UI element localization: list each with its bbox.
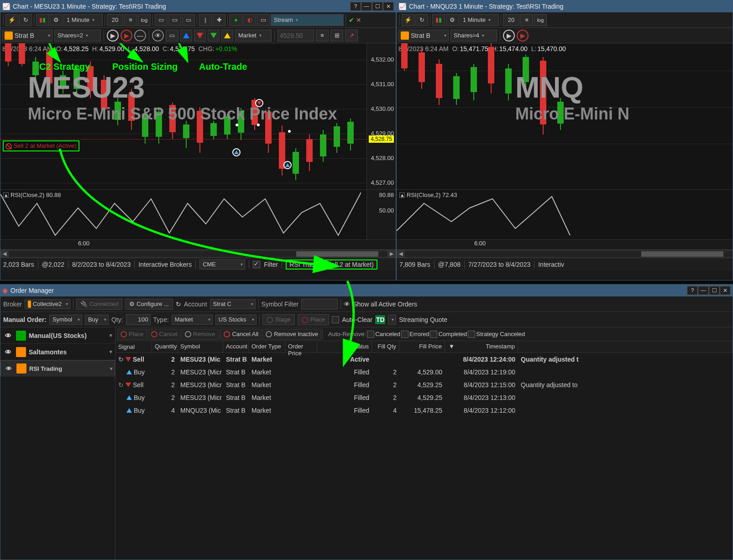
account-dropdown[interactable]: Strat C [210, 299, 256, 309]
gear-button[interactable]: ⚙ [50, 14, 63, 26]
spinner2-icon[interactable]: ≡ [316, 30, 329, 41]
scroll-left-icon[interactable]: ◀ [0, 250, 9, 258]
close-button[interactable]: ✕ [720, 286, 731, 295]
rsi-pane[interactable]: ▴RSI(Close,2) 80.88 80.88 50.00 [0, 189, 396, 239]
buy-yellow-button[interactable] [221, 30, 233, 41]
exchange-dropdown[interactable]: CME [199, 259, 245, 270]
connected-button[interactable]: 🔌 Connected [76, 299, 122, 310]
sidebar-item[interactable]: 👁 Saltamontes [0, 344, 115, 360]
buy-signal-button[interactable] [180, 30, 192, 41]
sidebar-item[interactable]: 👁 Manual(US Stocks) [0, 327, 115, 344]
place-button-manual[interactable]: ◯ Place [298, 314, 330, 325]
symbol-filter-input[interactable] [301, 299, 338, 310]
eye-icon[interactable]: 👁 [3, 348, 13, 356]
eye-button[interactable]: 👁 [152, 30, 164, 41]
box-button[interactable]: ▭ [257, 14, 270, 26]
sell-order-marker[interactable]: Sell 2 at Market (Active) [3, 140, 79, 151]
play-button[interactable]: ▶ [107, 30, 119, 41]
help-button[interactable]: ? [350, 2, 361, 11]
market-dropdown[interactable]: Market [235, 30, 272, 41]
remove-button[interactable]: Remove [182, 329, 218, 340]
remove-inactive-button[interactable]: Remove Inactive [262, 329, 321, 340]
scroll-left-icon[interactable]: ◀ [397, 250, 405, 258]
side-dropdown[interactable]: Buy [85, 315, 109, 325]
log-toggle[interactable]: log [138, 14, 151, 26]
minus-button[interactable]: — [134, 30, 146, 41]
layout1-button[interactable]: ▭ [155, 14, 168, 26]
table-row[interactable]: Buy 4 MNQU23 (Mic Strat B Market Filled … [115, 404, 733, 417]
dot-green-icon[interactable]: ● [230, 14, 242, 26]
layout3-button[interactable]: ▭ [182, 14, 195, 26]
shares-dropdown[interactable]: Shares=4 [450, 30, 497, 41]
dot-red-icon[interactable]: ◐ [243, 14, 256, 26]
symbol-dropdown[interactable]: Symbol [49, 315, 82, 325]
hscrollbar[interactable]: ◀ [397, 249, 733, 258]
interval-dropdown[interactable]: 1 Minute [460, 14, 499, 26]
type-dropdown[interactable]: Market [172, 315, 213, 325]
configure-button[interactable]: ⚙ Configure ... [125, 299, 173, 310]
crosshair-button[interactable]: ✚ [213, 14, 225, 26]
table-row[interactable]: Buy 2 MESU23 (Micr Strat B Market Filled… [115, 366, 733, 379]
reject-icon[interactable]: ✕ [356, 16, 361, 24]
spinner-icon[interactable]: ≡ [520, 14, 533, 26]
broker-icon-dropdown[interactable] [388, 315, 396, 325]
sell-green-button[interactable] [208, 30, 220, 41]
accept-icon[interactable]: ✔ [349, 16, 354, 24]
record-button[interactable]: ▶ [120, 30, 132, 41]
stage-button[interactable]: ◯ Stage [262, 314, 295, 325]
sell-signal-button[interactable] [194, 30, 206, 41]
layout2-button[interactable]: ▭ [168, 14, 181, 26]
eye-icon[interactable]: 👁 [4, 365, 14, 372]
minimize-button[interactable]: — [361, 2, 372, 11]
hscrollbar[interactable]: ◀ ▶ [0, 249, 396, 258]
shares-dropdown[interactable]: Shares=2 [54, 30, 101, 41]
cancel-button[interactable]: Cancel [148, 329, 181, 340]
eye-icon[interactable]: 👁 [3, 332, 13, 339]
refresh-button[interactable]: ↻ [19, 14, 32, 26]
class-dropdown[interactable]: US Stocks [215, 315, 257, 325]
scroll-right-icon[interactable]: ▶ [387, 250, 396, 258]
candles-button[interactable]: ▮▮ [36, 14, 49, 26]
strategy-canceled-checkbox[interactable] [468, 331, 475, 338]
broker-dropdown[interactable]: Collective2 [25, 299, 70, 309]
chart-canvas[interactable]: 8/4/2023 6:24 AM O:4,528.25 H:4,529.00 L… [0, 43, 396, 189]
gear-button[interactable]: ⚙ [446, 14, 459, 26]
chart-canvas[interactable]: 8/4/2023 6:24 AM O:15,471.75 H:15,474.00… [397, 43, 733, 189]
stream-dropdown[interactable]: Stream [271, 14, 344, 26]
place-button[interactable]: Place [117, 329, 147, 340]
lightning-button[interactable]: ⚡ [5, 14, 18, 26]
strategy-dropdown[interactable]: Strat B [2, 30, 52, 41]
table-row[interactable]: ↻ Sell 2 MESU23 (Mic Strat B Market Acti… [115, 353, 733, 366]
log-toggle[interactable]: log [534, 14, 547, 26]
canceled-checkbox[interactable] [367, 331, 374, 338]
cancel-all-button[interactable]: Cancel All [220, 329, 262, 340]
lightning-button[interactable]: ⚡ [402, 14, 414, 26]
refresh-button[interactable]: ↻ [415, 14, 428, 26]
errored-checkbox[interactable] [401, 331, 408, 338]
spinner-icon[interactable]: ≡ [124, 14, 137, 26]
auto-clear-checkbox[interactable] [332, 316, 339, 323]
bars-icon[interactable]: ⊞ [330, 30, 343, 41]
maximize-button[interactable]: ☐ [372, 2, 383, 11]
completed-checkbox[interactable] [430, 331, 437, 338]
candles-button[interactable]: ▮▮ [432, 14, 445, 26]
help-button[interactable]: ? [687, 286, 698, 295]
interval-dropdown[interactable]: 1 Minute [63, 14, 103, 26]
strategy-dropdown[interactable]: Strat B [398, 30, 449, 41]
sidebar-item[interactable]: 👁 RSI Trading [0, 360, 115, 377]
show-all-label[interactable]: Show all Active Orders [353, 301, 417, 308]
cursor-button[interactable]: | [199, 14, 212, 26]
refresh-icon[interactable]: ↻ [176, 301, 181, 308]
bar-count-input[interactable] [503, 14, 519, 26]
play-button[interactable]: ▶ [503, 30, 515, 41]
pane-button[interactable]: ▭ [166, 30, 178, 41]
close-button[interactable]: ✕ [383, 2, 394, 11]
minimize-button[interactable]: — [698, 286, 709, 295]
record-button[interactable]: ▶ [517, 30, 529, 41]
filter-checkbox[interactable] [253, 261, 260, 268]
qty-input[interactable] [126, 314, 151, 325]
price-input[interactable]: 4529.50 [277, 30, 314, 41]
chart-up-icon[interactable]: ↗ [345, 30, 358, 41]
table-row[interactable]: ↻ Sell 2 MESU23 (Micr Strat B Market Fil… [115, 379, 733, 391]
table-row[interactable]: Buy 2 MESU23 (Micr Strat B Market Filled… [115, 391, 733, 404]
